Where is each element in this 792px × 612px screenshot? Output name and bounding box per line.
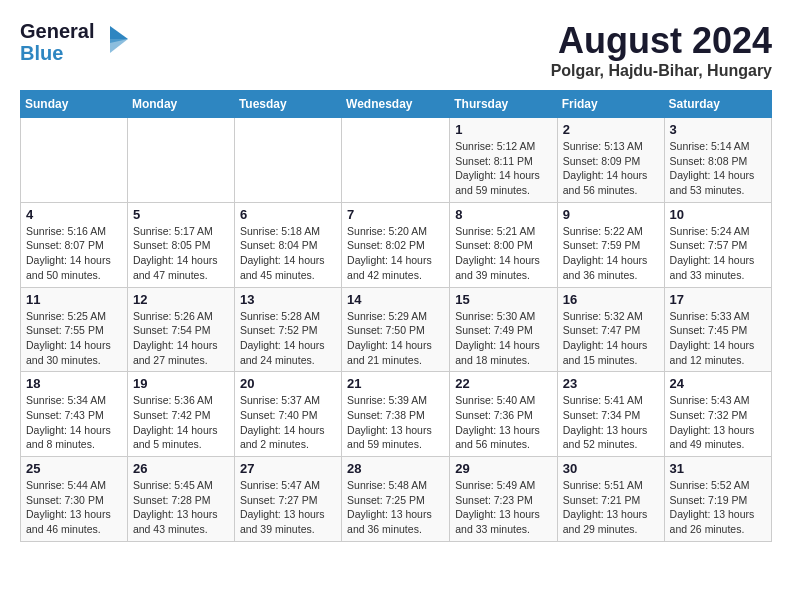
calendar-cell: 18Sunrise: 5:34 AMSunset: 7:43 PMDayligh… [21,372,128,457]
day-info-text: Daylight: 14 hours [240,423,336,438]
logo-bird-icon [100,21,130,63]
day-info-text: Sunrise: 5:47 AM [240,478,336,493]
day-info-text: Sunrise: 5:33 AM [670,309,766,324]
day-info-text: Sunset: 7:57 PM [670,238,766,253]
day-info-text: Daylight: 13 hours [670,423,766,438]
day-number: 15 [455,292,551,307]
day-info-text: Daylight: 13 hours [240,507,336,522]
day-info-text: and 59 minutes. [347,437,444,452]
calendar-cell: 13Sunrise: 5:28 AMSunset: 7:52 PMDayligh… [234,287,341,372]
header-day-wednesday: Wednesday [342,91,450,118]
header-day-sunday: Sunday [21,91,128,118]
day-number: 31 [670,461,766,476]
day-info-text: Sunset: 8:04 PM [240,238,336,253]
day-info-text: Sunset: 7:43 PM [26,408,122,423]
day-info-text: Sunset: 7:50 PM [347,323,444,338]
calendar-cell: 17Sunrise: 5:33 AMSunset: 7:45 PMDayligh… [664,287,771,372]
calendar-cell: 4Sunrise: 5:16 AMSunset: 8:07 PMDaylight… [21,202,128,287]
day-info-text: Daylight: 13 hours [563,507,659,522]
calendar-cell: 30Sunrise: 5:51 AMSunset: 7:21 PMDayligh… [557,457,664,542]
calendar-cell: 12Sunrise: 5:26 AMSunset: 7:54 PMDayligh… [127,287,234,372]
day-info-text: Daylight: 14 hours [563,168,659,183]
svg-marker-1 [110,39,128,53]
calendar-cell: 15Sunrise: 5:30 AMSunset: 7:49 PMDayligh… [450,287,557,372]
day-number: 21 [347,376,444,391]
day-info-text: Daylight: 14 hours [133,253,229,268]
day-info-text: and 42 minutes. [347,268,444,283]
day-info-text: Sunset: 7:19 PM [670,493,766,508]
day-info-text: Sunset: 7:25 PM [347,493,444,508]
calendar-cell: 24Sunrise: 5:43 AMSunset: 7:32 PMDayligh… [664,372,771,457]
calendar-cell: 6Sunrise: 5:18 AMSunset: 8:04 PMDaylight… [234,202,341,287]
day-number: 29 [455,461,551,476]
day-info-text: and 12 minutes. [670,353,766,368]
day-number: 4 [26,207,122,222]
calendar-cell: 3Sunrise: 5:14 AMSunset: 8:08 PMDaylight… [664,118,771,203]
month-year-title: August 2024 [551,20,772,62]
day-info-text: Sunrise: 5:13 AM [563,139,659,154]
day-info-text: Daylight: 13 hours [563,423,659,438]
day-info-text: and 45 minutes. [240,268,336,283]
logo-blue: Blue [20,42,94,64]
day-info-text: Daylight: 14 hours [26,338,122,353]
day-info-text: Sunrise: 5:14 AM [670,139,766,154]
calendar-table: SundayMondayTuesdayWednesdayThursdayFrid… [20,90,772,542]
day-info-text: Sunrise: 5:52 AM [670,478,766,493]
day-info-text: Sunrise: 5:32 AM [563,309,659,324]
header-day-thursday: Thursday [450,91,557,118]
day-info-text: Sunrise: 5:51 AM [563,478,659,493]
day-info-text: Sunset: 7:34 PM [563,408,659,423]
day-number: 1 [455,122,551,137]
calendar-cell: 16Sunrise: 5:32 AMSunset: 7:47 PMDayligh… [557,287,664,372]
calendar-cell: 5Sunrise: 5:17 AMSunset: 8:05 PMDaylight… [127,202,234,287]
day-info-text: and 36 minutes. [563,268,659,283]
day-number: 19 [133,376,229,391]
day-info-text: Daylight: 13 hours [670,507,766,522]
day-info-text: and 50 minutes. [26,268,122,283]
day-info-text: Daylight: 14 hours [670,253,766,268]
day-info-text: Daylight: 14 hours [563,253,659,268]
day-info-text: and 53 minutes. [670,183,766,198]
day-number: 9 [563,207,659,222]
day-info-text: and 15 minutes. [563,353,659,368]
day-info-text: Daylight: 14 hours [240,338,336,353]
day-info-text: Sunrise: 5:17 AM [133,224,229,239]
day-info-text: Daylight: 13 hours [455,507,551,522]
day-info-text: Sunrise: 5:39 AM [347,393,444,408]
calendar-cell: 11Sunrise: 5:25 AMSunset: 7:55 PMDayligh… [21,287,128,372]
day-number: 30 [563,461,659,476]
day-number: 8 [455,207,551,222]
day-info-text: Sunset: 8:05 PM [133,238,229,253]
calendar-cell: 27Sunrise: 5:47 AMSunset: 7:27 PMDayligh… [234,457,341,542]
day-info-text: Daylight: 13 hours [133,507,229,522]
calendar-cell: 29Sunrise: 5:49 AMSunset: 7:23 PMDayligh… [450,457,557,542]
day-number: 18 [26,376,122,391]
calendar-cell [342,118,450,203]
day-info-text: Sunset: 7:28 PM [133,493,229,508]
day-info-text: Sunrise: 5:22 AM [563,224,659,239]
day-number: 12 [133,292,229,307]
day-info-text: Sunset: 8:09 PM [563,154,659,169]
day-number: 3 [670,122,766,137]
day-info-text: Sunset: 8:02 PM [347,238,444,253]
day-info-text: Sunset: 7:55 PM [26,323,122,338]
day-number: 24 [670,376,766,391]
day-info-text: Daylight: 14 hours [26,253,122,268]
day-number: 6 [240,207,336,222]
day-info-text: and 33 minutes. [455,522,551,537]
day-info-text: Sunrise: 5:20 AM [347,224,444,239]
day-info-text: and 27 minutes. [133,353,229,368]
day-number: 11 [26,292,122,307]
logo: General Blue [20,20,130,64]
day-info-text: Sunrise: 5:48 AM [347,478,444,493]
day-info-text: Sunset: 7:23 PM [455,493,551,508]
calendar-cell: 20Sunrise: 5:37 AMSunset: 7:40 PMDayligh… [234,372,341,457]
day-info-text: Sunrise: 5:40 AM [455,393,551,408]
calendar-cell: 1Sunrise: 5:12 AMSunset: 8:11 PMDaylight… [450,118,557,203]
day-number: 14 [347,292,444,307]
calendar-cell: 31Sunrise: 5:52 AMSunset: 7:19 PMDayligh… [664,457,771,542]
day-info-text: Sunset: 7:47 PM [563,323,659,338]
calendar-cell: 23Sunrise: 5:41 AMSunset: 7:34 PMDayligh… [557,372,664,457]
calendar-cell: 25Sunrise: 5:44 AMSunset: 7:30 PMDayligh… [21,457,128,542]
day-number: 27 [240,461,336,476]
